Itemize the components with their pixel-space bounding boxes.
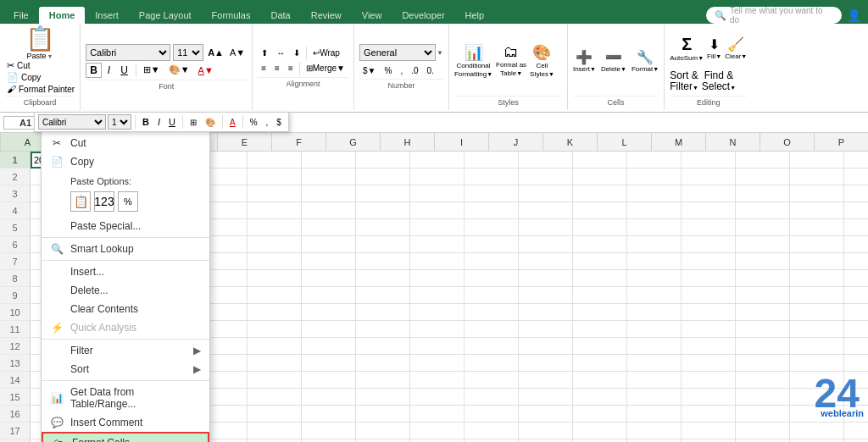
col-header-i[interactable]: I	[435, 133, 489, 151]
align-top-button[interactable]: ⬆	[258, 47, 271, 60]
copy-button[interactable]: 📄 Copy	[7, 72, 75, 83]
border-button[interactable]: ⊞▼	[140, 63, 164, 77]
cut-button[interactable]: ✂ Cut	[7, 60, 75, 71]
increase-font-size-button[interactable]: A▲	[206, 47, 225, 58]
row-num-2[interactable]: 2	[0, 169, 31, 185]
row-num-11[interactable]: 11	[0, 321, 31, 338]
row-num-7[interactable]: 7	[0, 253, 31, 270]
align-center-button[interactable]: ≡	[271, 62, 283, 75]
row-num-12[interactable]: 12	[0, 338, 31, 355]
row-num-13[interactable]: 13	[0, 355, 31, 372]
cell-f1[interactable]	[302, 152, 356, 169]
col-header-f[interactable]: F	[272, 133, 326, 151]
paste-values-icon-button[interactable]: 123	[94, 191, 114, 212]
align-middle-button[interactable]: ↔	[273, 47, 288, 60]
mini-underline-button[interactable]: U	[165, 115, 179, 129]
merge-center-button[interactable]: ⊞Merge▼	[303, 62, 348, 75]
delete-cells-button[interactable]: ➖ Delete▼	[601, 49, 626, 73]
autosum-button[interactable]: Σ AutoSum▼	[670, 35, 704, 62]
fill-color-button[interactable]: 🎨▼	[165, 63, 193, 77]
cell-h1[interactable]	[410, 152, 465, 169]
cell-j1[interactable]	[519, 152, 573, 169]
font-size-select[interactable]: 11	[173, 44, 203, 61]
align-bottom-button[interactable]: ⬇	[290, 47, 303, 60]
font-name-select[interactable]: Calibri	[86, 44, 170, 61]
col-header-g[interactable]: G	[326, 133, 381, 151]
cell-n1[interactable]	[736, 152, 790, 169]
italic-button[interactable]: I	[103, 63, 114, 78]
menu-item-smart-lookup[interactable]: 🔍 Smart Lookup	[42, 240, 209, 258]
row-num-16[interactable]: 16	[0, 406, 31, 423]
tab-file[interactable]: File	[3, 7, 39, 24]
col-header-k[interactable]: K	[543, 133, 598, 151]
row-num-1[interactable]: 1	[0, 152, 31, 169]
mini-percent-button[interactable]: %	[247, 116, 261, 129]
row-num-10[interactable]: 10	[0, 304, 31, 321]
sort-filter-button[interactable]: Sort &Filter▼	[670, 70, 698, 92]
row-num-9[interactable]: 9	[0, 287, 31, 304]
mini-fill-button[interactable]: 🎨	[202, 116, 219, 129]
percent-button[interactable]: %	[381, 64, 395, 77]
tab-help[interactable]: Help	[455, 7, 495, 24]
tab-home[interactable]: Home	[39, 7, 86, 24]
row-num-3[interactable]: 3	[0, 185, 31, 202]
col-header-l[interactable]: L	[598, 133, 652, 151]
paste-format-icon-button[interactable]: %	[118, 191, 138, 212]
col-header-n[interactable]: N	[706, 133, 760, 151]
row-num-14[interactable]: 14	[0, 372, 31, 389]
menu-item-copy[interactable]: 📄 Copy	[42, 152, 209, 171]
col-header-o[interactable]: O	[760, 133, 815, 151]
menu-item-delete[interactable]: Delete...	[42, 281, 209, 300]
menu-item-clear-contents[interactable]: Clear Contents	[42, 300, 209, 318]
comma-button[interactable]: ,	[397, 64, 406, 77]
paste-icon-button[interactable]: 📋	[70, 191, 91, 212]
decrease-decimal-button[interactable]: .0	[408, 64, 421, 77]
align-left-button[interactable]: ≡	[258, 62, 270, 75]
row-num-4[interactable]: 4	[0, 202, 31, 219]
menu-item-insert[interactable]: Insert...	[42, 262, 209, 281]
tab-page-layout[interactable]: Page Layout	[129, 7, 202, 24]
col-header-e[interactable]: E	[218, 133, 272, 151]
conditional-formatting-button[interactable]: 📊 ConditionalFormatting▼	[454, 43, 492, 78]
font-color-button[interactable]: A▼	[195, 64, 217, 77]
mini-border-button[interactable]: ⊞	[186, 116, 200, 129]
number-format-dropdown[interactable]: ▼	[437, 49, 443, 57]
row-num-17[interactable]: 17	[0, 423, 31, 439]
increase-decimal-button[interactable]: 0.	[424, 64, 437, 77]
wrap-text-button[interactable]: ↩Wrap	[309, 47, 343, 60]
format-cells-ribbon-button[interactable]: 🔧 Format▼	[632, 49, 659, 73]
col-header-p[interactable]: P	[815, 133, 868, 151]
row-num-5[interactable]: 5	[0, 219, 31, 236]
menu-item-cut[interactable]: ✂ Cut	[42, 134, 209, 152]
mini-bold-button[interactable]: B	[139, 115, 153, 129]
menu-item-insert-comment[interactable]: 💬 Insert Comment	[42, 413, 209, 432]
menu-item-get-data[interactable]: 📊 Get Data from Table/Range...	[42, 383, 209, 413]
row-num-15[interactable]: 15	[0, 389, 31, 406]
decrease-font-size-button[interactable]: A▼	[228, 47, 247, 58]
col-header-m[interactable]: M	[652, 133, 706, 151]
align-right-button[interactable]: ≡	[285, 62, 297, 75]
tab-data[interactable]: Data	[260, 7, 300, 24]
cell-g1[interactable]	[356, 152, 410, 169]
tab-insert[interactable]: Insert	[85, 7, 129, 24]
menu-item-sort[interactable]: Sort ▶	[42, 360, 209, 378]
fill-button[interactable]: ⬇ Fill▼	[707, 36, 721, 60]
row-num-6[interactable]: 6	[0, 236, 31, 253]
mini-italic-button[interactable]: I	[154, 115, 164, 129]
col-header-h[interactable]: H	[381, 133, 435, 151]
mini-font-color-button[interactable]: A	[226, 116, 239, 129]
underline-button[interactable]: U	[116, 63, 132, 78]
number-format-select[interactable]: General	[359, 44, 436, 61]
mini-size-select[interactable]: 11	[108, 114, 131, 130]
cell-m1[interactable]	[682, 152, 736, 169]
tab-formulas[interactable]: Formulas	[202, 7, 261, 24]
find-select-button[interactable]: Find &Select▼	[702, 70, 736, 92]
format-as-table-button[interactable]: 🗂 Format asTable▼	[496, 43, 526, 77]
currency-button[interactable]: $▼	[359, 64, 379, 77]
cell-p1[interactable]	[844, 152, 868, 169]
menu-item-paste-special[interactable]: Paste Special...	[42, 217, 209, 235]
mini-comma-button[interactable]: ,	[263, 116, 272, 129]
mini-currency-button[interactable]: $	[273, 116, 285, 129]
tab-view[interactable]: View	[352, 7, 392, 24]
col-header-j[interactable]: J	[489, 133, 543, 151]
